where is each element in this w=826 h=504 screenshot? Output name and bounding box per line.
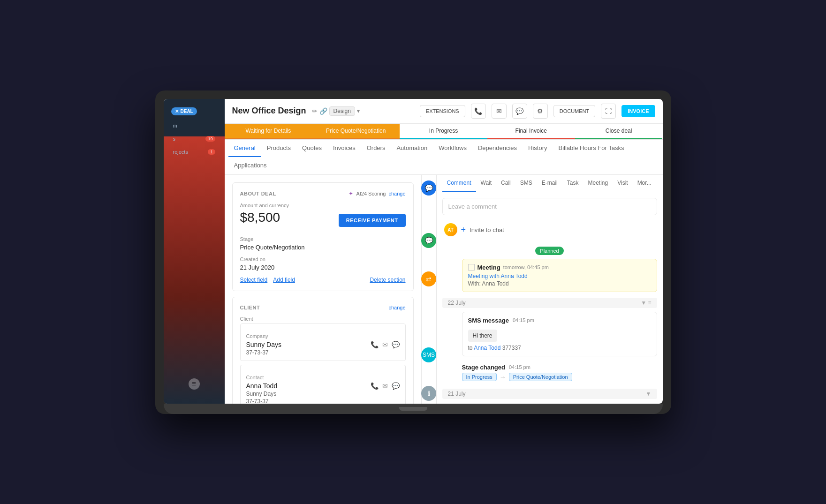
add-field-link[interactable]: Add field	[273, 277, 295, 283]
activity-tab-more[interactable]: Mor...	[633, 175, 656, 192]
filter-icon[interactable]: ▼ ≡	[641, 300, 651, 306]
meeting-with: With: Anna Todd	[468, 280, 651, 287]
stage-from-tag: In Progress	[462, 373, 497, 381]
user-avatar: AT	[444, 223, 457, 236]
tab-automation[interactable]: Automation	[391, 140, 433, 157]
chat-icon: 💬	[515, 107, 523, 115]
document-button[interactable]: DOCUMENT	[553, 105, 596, 117]
activity-tab-meeting[interactable]: Meeting	[583, 175, 613, 192]
tab-invoices[interactable]: Invoices	[327, 140, 361, 157]
filter-icon-2[interactable]: ▼	[646, 391, 652, 397]
laptop-notch	[399, 407, 427, 411]
comment-input[interactable]: Leave a comment	[442, 198, 657, 215]
contact-company: Sunny Days	[246, 391, 400, 397]
sidebar-item-2[interactable]: s 19	[167, 132, 221, 145]
deal-title: New Office Design	[232, 106, 306, 116]
stage-flow: In Progress → Price Quote/Negotiation	[462, 373, 657, 381]
chat-button[interactable]: 💬	[512, 104, 527, 119]
ai-icon: ✦	[349, 190, 353, 197]
activity-tabs: Comment Wait Call SMS E-mail	[437, 175, 663, 192]
main-content: New Office Design ✏ 🔗 Design ▾ EXTENSION…	[225, 99, 663, 404]
design-badge[interactable]: Design	[329, 106, 355, 116]
date-separator-21-july: 21 July ▼	[442, 389, 657, 399]
sidebar-deal-tag[interactable]: ✕ DEAL	[171, 107, 197, 115]
client-change-link[interactable]: change	[388, 305, 405, 310]
meeting-link[interactable]: Meeting with Anna Todd	[468, 273, 651, 279]
phone-button[interactable]: 📞	[471, 104, 486, 119]
company-label: Company	[246, 333, 400, 339]
link-icon[interactable]: 🔗	[319, 107, 327, 115]
delete-section-link[interactable]: Delete section	[370, 277, 405, 283]
activity-tab-task[interactable]: Task	[562, 175, 584, 192]
client-section-header: CLIENT change	[240, 305, 406, 310]
activity-tab-call[interactable]: Call	[496, 175, 515, 192]
sidebar-item-projects[interactable]: rojects 1	[167, 145, 221, 158]
about-deal-change-link[interactable]: change	[388, 191, 405, 196]
fullscreen-button[interactable]: ⛶	[601, 104, 616, 119]
activity-tab-visit[interactable]: Visit	[613, 175, 632, 192]
activity-icons-bar: 💬 💬 ⇄ SMS ℹ	[422, 175, 437, 404]
dropdown-arrow-icon[interactable]: ▾	[357, 108, 360, 114]
planned-badge: Planned	[535, 247, 563, 255]
sms-to-person[interactable]: Anna Todd	[474, 345, 500, 351]
contact-phone: 37-73-37	[246, 398, 400, 404]
stage-changed-header: Stage changed 04:15 pm	[462, 364, 657, 371]
tab-history[interactable]: History	[523, 140, 553, 157]
email-button[interactable]: ✉	[492, 104, 507, 119]
stage-changed-time: 04:15 pm	[509, 364, 530, 370]
stage-arrow-icon: →	[500, 373, 506, 381]
stage-waiting[interactable]: Waiting for Details	[225, 124, 312, 139]
client-label: Client	[240, 316, 406, 322]
sms-title: SMS message	[468, 317, 509, 324]
activity-tab-comment[interactable]: Comment	[442, 175, 476, 192]
tab-orders[interactable]: Orders	[361, 140, 391, 157]
fullscreen-icon: ⛶	[605, 107, 612, 115]
stage-in-progress[interactable]: In Progress	[400, 124, 487, 139]
stage-to-tag: Price Quote/Negotiation	[509, 373, 572, 381]
select-field-link[interactable]: Select field	[240, 277, 268, 283]
settings-button[interactable]: ⚙	[533, 104, 548, 119]
contact-phone-icon[interactable]: 📞	[371, 382, 379, 390]
activity-tab-wait[interactable]: Wait	[476, 175, 497, 192]
invite-chat-label[interactable]: Invite to chat	[470, 223, 504, 237]
receive-payment-button[interactable]: RECEIVE PAYMENT	[339, 214, 406, 227]
about-deal-header: ABOUT DEAL ✦ AI24 Scoring change	[240, 190, 406, 197]
close-icon[interactable]: ✕	[175, 109, 179, 114]
stage-final-invoice[interactable]: Final Invoice	[487, 124, 575, 139]
amount-field: Amount and currency $8,500 RECEIVE PAYME…	[240, 203, 406, 231]
title-actions: ✏ 🔗 Design ▾	[312, 106, 360, 116]
email-icon: ✉	[496, 107, 502, 115]
tab-general[interactable]: General	[228, 140, 261, 157]
sidebar-item-1[interactable]: m	[167, 119, 221, 132]
company-email-icon[interactable]: ✉	[382, 341, 388, 348]
contact-email-icon[interactable]: ✉	[382, 382, 388, 390]
edit-icon[interactable]: ✏	[312, 107, 318, 115]
stage-negotiation[interactable]: Price Quote/Negotiation	[312, 124, 400, 139]
stage-close-deal[interactable]: Close deal	[575, 124, 663, 139]
tab-billable[interactable]: Billable Hours For Tasks	[553, 140, 629, 157]
tab-quotes[interactable]: Quotes	[296, 140, 327, 157]
contact-name: Anna Todd 📞 ✉ 💬	[246, 382, 400, 390]
company-contact-icons: 📞 ✉ 💬	[371, 341, 400, 348]
created-field: Created on 21 July 2020	[240, 256, 406, 271]
extensions-button[interactable]: EXTENSIONS	[420, 105, 465, 117]
left-panel: ABOUT DEAL ✦ AI24 Scoring change Amount …	[225, 175, 422, 404]
activity-tab-email[interactable]: E-mail	[537, 175, 562, 192]
meeting-time: tomorrow, 04:45 pm	[503, 264, 549, 270]
client-title: CLIENT	[240, 305, 260, 310]
sms-card: SMS message 04:15 pm Hi there to Anna To…	[462, 312, 657, 356]
tab-products[interactable]: Products	[261, 140, 296, 157]
tab-dependencies[interactable]: Dependencies	[472, 140, 523, 157]
tab-workflows[interactable]: Workflows	[433, 140, 472, 157]
content-area: ABOUT DEAL ✦ AI24 Scoring change Amount …	[225, 175, 663, 404]
company-chat-icon[interactable]: 💬	[392, 341, 400, 348]
contact-box: Contact Anna Todd 📞 ✉ 💬 Sunny Days 3	[240, 365, 406, 404]
contact-chat-icon[interactable]: 💬	[392, 382, 400, 390]
tab-applications[interactable]: Applications	[228, 157, 273, 174]
stage-changed-card: Stage changed 04:15 pm In Progress → Pri…	[442, 360, 657, 385]
company-phone-icon[interactable]: 📞	[371, 341, 379, 348]
activity-tab-sms[interactable]: SMS	[515, 175, 537, 192]
meeting-checkbox[interactable]	[468, 264, 475, 271]
amount-label: Amount and currency	[240, 203, 406, 208]
invoice-button[interactable]: INVOICE	[621, 105, 655, 117]
